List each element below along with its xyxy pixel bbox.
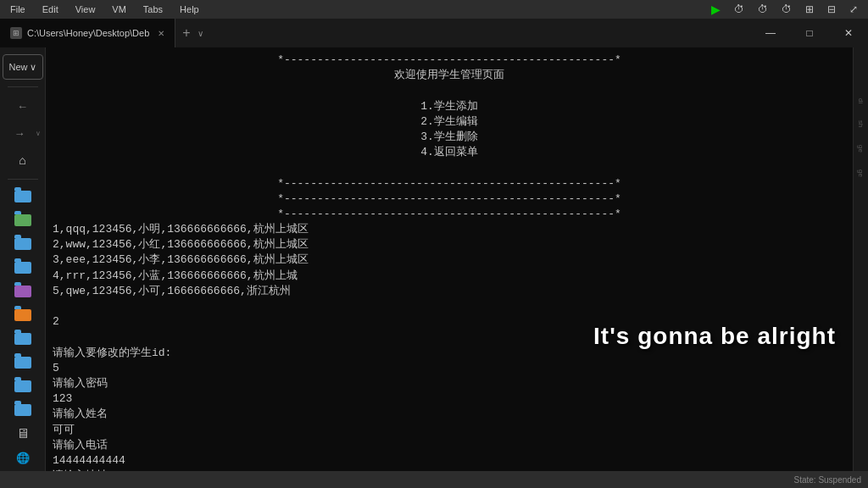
sidebar-divider-2 xyxy=(8,179,38,180)
status-bar: State: Suspended xyxy=(0,471,868,488)
8096-folder-icon xyxy=(14,333,31,345)
menu-bar: File Edit View VM Tabs Help ▶ ⏱ ⏱ ⏱ ⊞ ⊟ … xyxy=(0,0,868,19)
terminal-line-25: 可可 xyxy=(53,423,846,438)
minimize-button[interactable]: — xyxy=(751,19,790,47)
right-panel-label-2: sh xyxy=(857,120,865,127)
menu-vm[interactable]: VM xyxy=(108,3,130,16)
add-tab-button[interactable]: + xyxy=(175,25,197,41)
terminal-line-23: 123 xyxy=(53,391,846,407)
main-area: New ∨ ← → ∨ ⌂ xyxy=(0,47,868,471)
sidebar: New ∨ ← → ∨ ⌂ xyxy=(0,47,46,471)
right-panel-label-1: di xyxy=(857,98,865,103)
new-label: New xyxy=(8,62,27,72)
tab-label: C:\Users\Honey\Desktop\Deb xyxy=(27,28,149,38)
menu-help[interactable]: Help xyxy=(176,3,203,16)
terminal-line-21: 5 xyxy=(53,361,846,376)
sidebar-item-smartte1[interactable] xyxy=(8,352,38,373)
timer-icon-1: ⏱ xyxy=(731,2,748,17)
sidebar-item-desktop[interactable] xyxy=(8,186,38,207)
documents-folder-icon xyxy=(14,238,31,250)
back-button[interactable]: ← xyxy=(8,94,38,118)
sidebar-item-music[interactable] xyxy=(8,281,38,302)
terminal-line-1: *---------------------------------------… xyxy=(53,53,846,68)
tab-chevron-icon[interactable]: ∨ xyxy=(198,29,203,38)
layout-icon-1: ⊞ xyxy=(802,2,817,17)
videos-folder-icon xyxy=(14,309,31,321)
terminal-line-5: 2.学生编辑 xyxy=(53,114,846,130)
sidebar-item-downloads[interactable] xyxy=(8,210,38,230)
timer-icon-3: ⏱ xyxy=(778,2,795,17)
sidebar-item-smartte2[interactable] xyxy=(8,376,38,396)
menu-tabs[interactable]: Tabs xyxy=(140,3,166,16)
screens-folder-icon xyxy=(14,404,31,416)
close-button[interactable]: ✕ xyxy=(829,19,868,47)
menu-view[interactable]: View xyxy=(72,3,99,16)
terminal-tab[interactable]: ⊞ C:\Users\Honey\Desktop\Deb ✕ xyxy=(0,19,175,47)
right-panel: di sh ge ge xyxy=(853,47,868,471)
smartte1-folder-icon xyxy=(14,357,31,369)
title-bar: ⊞ C:\Users\Honey\Desktop\Deb ✕ + ∨ — □ ✕ xyxy=(0,19,868,47)
terminal-line-10: *---------------------------------------… xyxy=(53,191,846,207)
terminal-line-2: 欢迎使用学生管理页面 xyxy=(53,68,846,83)
forward-chevron-icon: ∨ xyxy=(36,130,41,137)
terminal-line-3 xyxy=(53,83,846,98)
terminal-line-22: 请输入密码 xyxy=(53,376,846,391)
terminal-line-15: 4,rrr,123456,小蓝,136666666666,杭州上城 xyxy=(53,269,846,284)
pictures-folder-icon xyxy=(14,262,31,274)
right-panel-label-3: ge xyxy=(857,145,865,152)
terminal-line-24: 请输入姓名 xyxy=(53,407,846,422)
music-folder-icon xyxy=(14,286,31,297)
terminal-line-14: 3,eee,123456,小李,136666666666,杭州上城区 xyxy=(53,252,846,268)
terminal-line-27: 14444444444 xyxy=(53,453,846,469)
layout-icon-3: ⤢ xyxy=(846,2,861,17)
terminal-line-17 xyxy=(53,299,846,314)
forward-button[interactable]: → xyxy=(4,121,35,145)
terminal-line-6: 3.学生删除 xyxy=(53,130,846,145)
maximize-button[interactable]: □ xyxy=(790,19,829,47)
sidebar-divider-1 xyxy=(8,86,38,87)
terminal-line-12: 1,qqq,123456,小明,136666666666,杭州上城区 xyxy=(53,222,846,237)
new-chevron-icon: ∨ xyxy=(30,62,36,73)
window-controls: — □ ✕ xyxy=(751,19,868,47)
terminal[interactable]: *---------------------------------------… xyxy=(46,47,853,471)
sidebar-item-thispc[interactable]: 🖥 xyxy=(8,424,38,444)
sidebar-item-screens[interactable] xyxy=(8,400,38,420)
sidebar-item-documents[interactable] xyxy=(8,234,38,254)
smartte2-folder-icon xyxy=(14,380,31,392)
terminal-line-9: *---------------------------------------… xyxy=(53,176,846,191)
terminal-line-8 xyxy=(53,160,846,175)
right-panel-label-4: ge xyxy=(857,169,865,177)
terminal-line-26: 请输入电话 xyxy=(53,438,846,453)
menu-file[interactable]: File xyxy=(7,3,29,16)
downloads-folder-icon xyxy=(14,214,31,226)
overlay-text: It's gonna be alright xyxy=(593,319,836,352)
terminal-line-28: 请输入地址 xyxy=(53,469,846,471)
terminal-line-11: *---------------------------------------… xyxy=(53,207,846,222)
terminal-line-4: 1.学生添加 xyxy=(53,99,846,114)
new-button[interactable]: New ∨ xyxy=(3,54,43,80)
shell-icon: ⊞ xyxy=(10,27,22,39)
terminal-line-7: 4.返回菜单 xyxy=(53,145,846,160)
sidebar-item-8096[interactable] xyxy=(8,329,38,349)
sidebar-item-videos[interactable] xyxy=(8,305,38,325)
sidebar-item-network[interactable]: 🌐 xyxy=(8,447,38,468)
timer-icon-2: ⏱ xyxy=(754,2,771,17)
play-icon[interactable]: ▶ xyxy=(708,1,724,18)
terminal-line-16: 5,qwe,123456,小可,16666666666,浙江杭州 xyxy=(53,284,846,299)
menu-edit[interactable]: Edit xyxy=(39,3,62,16)
status-state: State: Suspended xyxy=(793,475,861,485)
sidebar-item-pictures[interactable] xyxy=(8,258,38,278)
tab-close-icon[interactable]: ✕ xyxy=(158,29,164,38)
terminal-line-13: 2,www,123456,小红,136666666666,杭州上城区 xyxy=(53,237,846,252)
layout-icon-2: ⊟ xyxy=(824,2,839,17)
home-button[interactable]: ⌂ xyxy=(8,148,38,172)
desktop-folder-icon xyxy=(14,191,31,202)
